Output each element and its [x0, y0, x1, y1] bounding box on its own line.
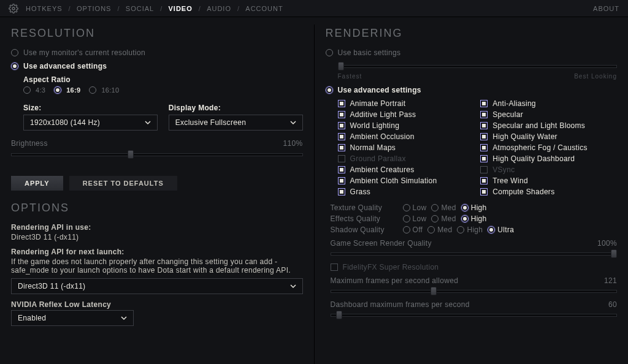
- api-next-label: Rendering API for next launch:: [11, 248, 303, 256]
- svg-point-0: [12, 7, 15, 10]
- texture-quality-low[interactable]: Low: [403, 203, 427, 212]
- max-fps-value: 121: [604, 276, 617, 285]
- reflex-label: NVIDIA Reflex Low Latency: [11, 300, 303, 309]
- shadow-quality-med[interactable]: Med: [427, 226, 452, 234]
- texture-quality-high[interactable]: High: [461, 203, 487, 212]
- radio-current-resolution[interactable]: Use my monitor's current resolution: [11, 48, 303, 57]
- checkbox-normal-maps[interactable]: Normal Maps: [338, 143, 475, 152]
- gear-icon[interactable]: [9, 4, 18, 13]
- checkbox-vsync: VSync: [480, 165, 617, 174]
- checkbox-high-quality-water[interactable]: High Quality Water: [480, 132, 617, 141]
- tab-bar: HOTKEYS/OPTIONS/SOCIAL/VIDEO/AUDIO/ACCOU…: [26, 5, 283, 12]
- display-mode-label: Display Mode:: [169, 104, 303, 112]
- brightness-label: Brightness: [11, 139, 48, 148]
- dash-fps-value: 60: [608, 300, 617, 309]
- display-mode-dropdown[interactable]: Exclusive Fullscreen: [169, 115, 303, 131]
- aspect-16-10[interactable]: 16:10: [89, 86, 119, 94]
- about-link[interactable]: ABOUT: [593, 5, 619, 12]
- api-next-dropdown[interactable]: Direct3D 11 (-dx11): [11, 278, 303, 294]
- checkbox-ambient-cloth-simulation[interactable]: Ambient Cloth Simulation: [338, 176, 475, 185]
- checkbox-ground-parallax: Ground Parallax: [338, 154, 475, 163]
- texture-quality-row: Texture QualityLowMedHigh: [331, 203, 618, 212]
- brightness-slider[interactable]: [11, 150, 303, 159]
- rendering-heading: RENDERING: [326, 27, 618, 40]
- reset-button[interactable]: RESET TO DEFAULTS: [69, 176, 177, 191]
- checkbox-atmospheric-fog-caustics[interactable]: Atmospheric Fog / Caustics: [480, 143, 617, 152]
- aspect-4-3[interactable]: 4:3: [23, 86, 45, 94]
- render-quality-value: 100%: [597, 239, 617, 248]
- radio-advanced-rendering[interactable]: Use advanced settings: [326, 86, 618, 94]
- dash-fps-label: Dashboard maximum frames per second: [331, 300, 470, 309]
- radio-advanced-resolution[interactable]: Use advanced settings: [11, 62, 303, 70]
- chevron-down-icon: [290, 119, 296, 126]
- shadow-quality-off[interactable]: Off: [403, 226, 423, 234]
- resolution-heading: RESOLUTION: [11, 27, 303, 40]
- aspect-16-9[interactable]: 16:9: [54, 86, 80, 94]
- effects-quality-row: Effects QualityLowMedHigh: [331, 214, 618, 223]
- texture-quality-med[interactable]: Med: [431, 203, 456, 212]
- right-column: RENDERING Use basic settings Fastest Bes…: [315, 17, 629, 364]
- api-in-use-label: Rendering API in use:: [11, 223, 303, 232]
- render-quality-slider[interactable]: [331, 249, 618, 258]
- checkbox-compute-shaders[interactable]: Compute Shaders: [480, 188, 617, 196]
- chevron-down-icon: [121, 315, 127, 321]
- tab-audio[interactable]: AUDIO: [207, 5, 231, 12]
- tab-hotkeys[interactable]: HOTKEYS: [26, 5, 63, 12]
- effects-quality-med[interactable]: Med: [431, 214, 456, 223]
- texture-quality-label: Texture Quality: [331, 203, 398, 212]
- max-fps-label: Maximum frames per second allowed: [331, 276, 459, 285]
- top-bar: HOTKEYS/OPTIONS/SOCIAL/VIDEO/AUDIO/ACCOU…: [0, 0, 628, 17]
- shadow-quality-label: Shadow Quality: [331, 226, 398, 234]
- shadow-quality-row: Shadow QualityOffMedHighUltra: [331, 226, 618, 234]
- checkbox-additive-light-pass[interactable]: Additive Light Pass: [338, 110, 475, 119]
- apply-button[interactable]: APPLY: [11, 176, 63, 191]
- radio-basic-settings[interactable]: Use basic settings: [326, 48, 618, 57]
- checkbox-grass[interactable]: Grass: [338, 188, 475, 196]
- options-heading: OPTIONS: [11, 202, 303, 214]
- tab-video[interactable]: VIDEO: [169, 5, 193, 12]
- checkbox-world-lighting[interactable]: World Lighting: [338, 121, 475, 130]
- checkbox-specular-and-light-blooms[interactable]: Specular and Light Blooms: [480, 121, 617, 130]
- checkbox-high-quality-dashboard[interactable]: High Quality Dashboard: [480, 154, 617, 163]
- checkbox-tree-wind[interactable]: Tree Wind: [480, 176, 617, 185]
- reflex-dropdown[interactable]: Enabled: [11, 310, 134, 326]
- left-column: RESOLUTION Use my monitor's current reso…: [0, 17, 314, 364]
- brightness-value: 110%: [283, 139, 303, 148]
- basic-slider-fastest: Fastest: [338, 73, 362, 80]
- chevron-down-icon: [145, 119, 151, 126]
- dash-fps-slider[interactable]: [331, 311, 618, 319]
- max-fps-slider[interactable]: [331, 287, 618, 295]
- fidelityfx-checkbox: FidelityFX Super Resolution: [331, 263, 618, 271]
- aspect-ratio-label: Aspect Ratio: [23, 75, 303, 84]
- tab-account[interactable]: ACCOUNT: [245, 5, 283, 12]
- basic-quality-slider[interactable]: [338, 62, 618, 70]
- render-quality-label: Game Screen Render Quality: [331, 239, 432, 248]
- checkbox-ambient-creatures[interactable]: Ambient Creatures: [338, 165, 475, 174]
- size-dropdown[interactable]: 1920x1080 (144 Hz): [23, 115, 158, 131]
- chevron-down-icon: [290, 283, 296, 289]
- size-label: Size:: [23, 104, 158, 112]
- api-in-use-value: Direct3D 11 (-dx11): [11, 233, 303, 241]
- effects-quality-label: Effects Quality: [331, 214, 398, 223]
- effects-quality-high[interactable]: High: [461, 214, 487, 223]
- effects-quality-low[interactable]: Low: [403, 214, 427, 223]
- api-next-help: If the game does not launch properly aft…: [11, 257, 303, 275]
- tab-options[interactable]: OPTIONS: [77, 5, 112, 12]
- shadow-quality-ultra[interactable]: Ultra: [488, 226, 514, 234]
- checkbox-ambient-occlusion[interactable]: Ambient Occlusion: [338, 132, 475, 141]
- basic-slider-best: Best Looking: [574, 73, 617, 80]
- checkbox-animate-portrait[interactable]: Animate Portrait: [338, 99, 475, 108]
- checkbox-anti-aliasing[interactable]: Anti-Aliasing: [480, 99, 617, 108]
- shadow-quality-high[interactable]: High: [457, 226, 483, 234]
- checkbox-specular[interactable]: Specular: [480, 110, 617, 119]
- tab-social[interactable]: SOCIAL: [126, 5, 154, 12]
